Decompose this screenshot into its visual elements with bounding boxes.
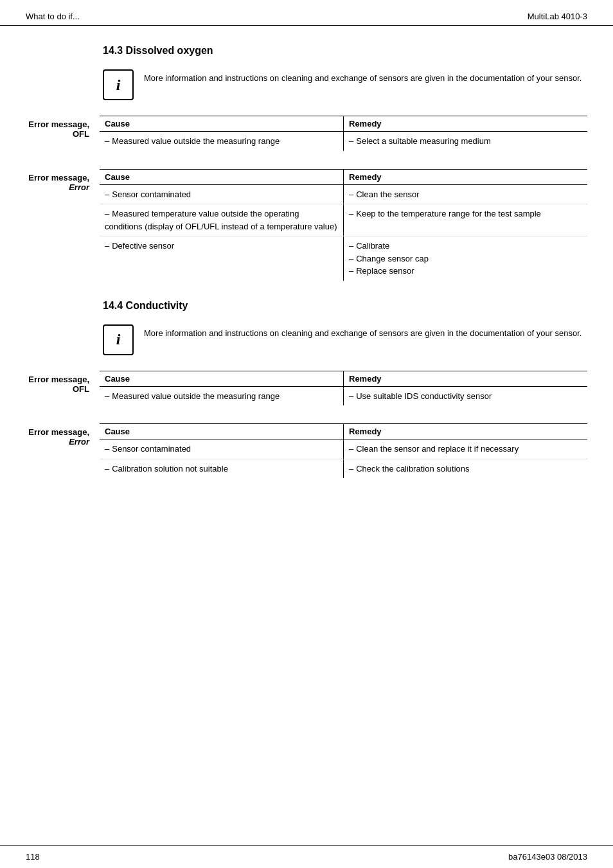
remedy-cell: –Calibrate–Change sensor cap–Replace sen…	[344, 236, 588, 281]
remedy-header: Remedy	[344, 116, 588, 132]
remedy-header: Remedy	[344, 424, 588, 439]
footer-left: 118	[26, 852, 40, 862]
error-table-block-section-14-4-0: Error message,OFLCauseRemedy–Measured va…	[26, 371, 587, 406]
table-row: –Measured value outside the measuring ra…	[100, 386, 587, 405]
header-right: MultiLab 4010-3	[528, 12, 587, 21]
info-icon: i	[103, 69, 134, 100]
error-table-section-14-3-0: CauseRemedy–Measured value outside the m…	[100, 116, 587, 151]
cause-header: Cause	[100, 169, 344, 184]
error-label-section-14-4-1: Error message,Error	[26, 423, 100, 447]
error-table-section-14-4-1: CauseRemedy–Sensor contaminated–Clean th…	[100, 423, 587, 478]
cause-cell: –Calibration solution not suitable	[100, 459, 344, 478]
table-row: –Measured temperature value outside the …	[100, 204, 587, 236]
table-row: –Calibration solution not suitable–Check…	[100, 459, 587, 478]
error-table-section-14-4-0: CauseRemedy–Measured value outside the m…	[100, 371, 587, 406]
error-table-block-section-14-4-1: Error message,ErrorCauseRemedy–Sensor co…	[26, 423, 587, 478]
footer-right: ba76143e03 08/2013	[508, 852, 587, 862]
error-table-block-section-14-3-0: Error message,OFLCauseRemedy–Measured va…	[26, 116, 587, 151]
table-row: –Defective sensor–Calibrate–Change senso…	[100, 236, 587, 281]
error-label-section-14-4-0: Error message,OFL	[26, 371, 100, 394]
page-header: What to do if... MultiLab 4010-3	[0, 0, 613, 26]
error-label-section-14-3-0: Error message,OFL	[26, 116, 100, 139]
header-left: What to do if...	[26, 12, 80, 21]
cause-cell: –Measured value outside the measuring ra…	[100, 132, 344, 151]
page-content: 14.3 Dissolved oxygeniMore information a…	[0, 26, 613, 535]
cause-header: Cause	[100, 116, 344, 132]
remedy-cell: –Use suitable IDS conductivity sensor	[344, 386, 588, 405]
page-footer: 118 ba76143e03 08/2013	[0, 845, 613, 868]
table-row: –Sensor contaminated–Clean the sensor	[100, 184, 587, 204]
section-title-section-14-4: 14.4 Conductivity	[103, 300, 587, 312]
table-row: –Sensor contaminated–Clean the sensor an…	[100, 439, 587, 459]
section-title-block-section-14-3: 14.3 Dissolved oxygen	[103, 45, 587, 57]
table-row: –Measured value outside the measuring ra…	[100, 132, 587, 151]
info-icon: i	[103, 324, 134, 355]
error-table-section-14-3-1: CauseRemedy–Sensor contaminated–Clean th…	[100, 169, 587, 281]
section-title-block-section-14-4: 14.4 Conductivity	[103, 300, 587, 312]
cause-cell: –Defective sensor	[100, 236, 344, 281]
info-text-section-14-3: More information and instructions on cle…	[144, 69, 582, 85]
cause-cell: –Measured value outside the measuring ra…	[100, 386, 344, 405]
info-box-section-14-3: iMore information and instructions on cl…	[103, 69, 587, 100]
remedy-header: Remedy	[344, 169, 588, 184]
error-table-block-section-14-3-1: Error message,ErrorCauseRemedy–Sensor co…	[26, 169, 587, 281]
info-text-section-14-4: More information and instructions on cle…	[144, 324, 582, 340]
section-title-section-14-3: 14.3 Dissolved oxygen	[103, 45, 587, 57]
remedy-cell: –Clean the sensor and replace it if nece…	[344, 439, 588, 459]
cause-cell: –Sensor contaminated	[100, 439, 344, 459]
remedy-cell: –Select a suitable measuring medium	[344, 132, 588, 151]
remedy-cell: –Check the calibration solutions	[344, 459, 588, 478]
remedy-cell: –Keep to the temperature range for the t…	[344, 204, 588, 236]
cause-header: Cause	[100, 371, 344, 386]
error-label-section-14-3-1: Error message,Error	[26, 169, 100, 192]
remedy-header: Remedy	[344, 371, 588, 386]
cause-header: Cause	[100, 424, 344, 439]
remedy-cell: –Clean the sensor	[344, 184, 588, 204]
cause-cell: –Measured temperature value outside the …	[100, 204, 344, 236]
cause-cell: –Sensor contaminated	[100, 184, 344, 204]
info-box-section-14-4: iMore information and instructions on cl…	[103, 324, 587, 355]
